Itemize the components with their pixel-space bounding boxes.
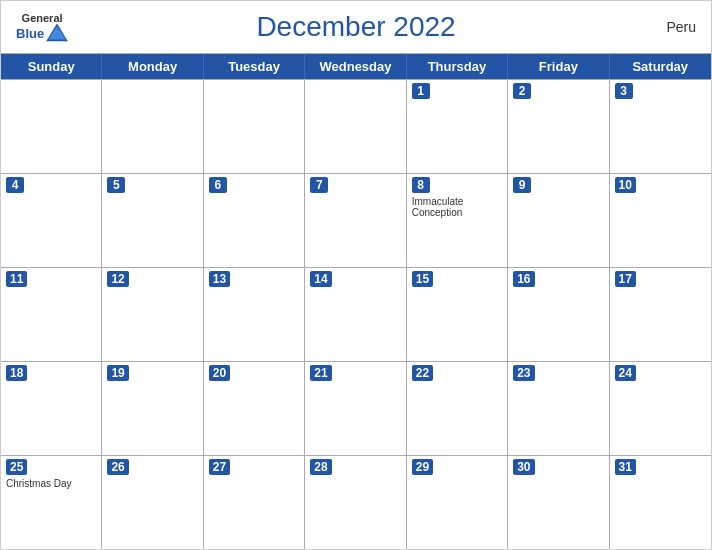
day-cell [102,80,203,173]
svg-marker-1 [48,27,66,40]
calendar-grid: SundayMondayTuesdayWednesdayThursdayFrid… [1,53,711,549]
day-number: 17 [615,271,636,287]
day-cell: 15 [407,268,508,361]
day-number: 8 [412,177,430,193]
day-number: 30 [513,459,534,475]
logo-general: General [22,13,63,24]
day-number: 6 [209,177,227,193]
page-title: December 2022 [256,11,455,43]
day-number: 22 [412,365,433,381]
day-cell [1,80,102,173]
day-headers-row: SundayMondayTuesdayWednesdayThursdayFrid… [1,54,711,79]
day-cell: 5 [102,174,203,267]
day-header-wednesday: Wednesday [305,54,406,79]
day-number: 11 [6,271,27,287]
day-cell: 19 [102,362,203,455]
day-number: 18 [6,365,27,381]
day-cell: 6 [204,174,305,267]
day-cell: 31 [610,456,711,549]
day-number: 12 [107,271,128,287]
day-cell: 21 [305,362,406,455]
day-number: 4 [6,177,24,193]
day-event: Immaculate Conception [412,196,502,218]
day-number: 9 [513,177,531,193]
day-cell: 28 [305,456,406,549]
weeks-container: 12345678Immaculate Conception91011121314… [1,79,711,549]
logo: General Blue [16,13,68,42]
day-number: 24 [615,365,636,381]
day-number: 14 [310,271,331,287]
day-number: 1 [412,83,430,99]
day-cell: 7 [305,174,406,267]
day-cell: 26 [102,456,203,549]
week-row-3: 11121314151617 [1,267,711,361]
day-cell: 22 [407,362,508,455]
day-cell: 24 [610,362,711,455]
day-number: 28 [310,459,331,475]
day-cell: 16 [508,268,609,361]
logo-icon [46,24,68,42]
day-header-saturday: Saturday [610,54,711,79]
calendar-header: General Blue December 2022 Peru [1,1,711,53]
day-cell: 29 [407,456,508,549]
day-number: 29 [412,459,433,475]
day-cell: 18 [1,362,102,455]
day-header-monday: Monday [102,54,203,79]
day-number: 10 [615,177,636,193]
day-cell: 8Immaculate Conception [407,174,508,267]
day-cell: 2 [508,80,609,173]
week-row-2: 45678Immaculate Conception910 [1,173,711,267]
day-header-friday: Friday [508,54,609,79]
day-header-sunday: Sunday [1,54,102,79]
day-cell: 27 [204,456,305,549]
day-number: 21 [310,365,331,381]
day-number: 7 [310,177,328,193]
day-cell [305,80,406,173]
day-cell [204,80,305,173]
day-cell: 10 [610,174,711,267]
day-cell: 23 [508,362,609,455]
day-cell: 25Christmas Day [1,456,102,549]
week-row-5: 25Christmas Day262728293031 [1,455,711,549]
day-number: 20 [209,365,230,381]
day-number: 27 [209,459,230,475]
country-label: Peru [666,19,696,35]
day-number: 23 [513,365,534,381]
day-cell: 4 [1,174,102,267]
day-cell: 30 [508,456,609,549]
day-number: 26 [107,459,128,475]
day-number: 13 [209,271,230,287]
day-cell: 13 [204,268,305,361]
day-cell: 12 [102,268,203,361]
day-header-thursday: Thursday [407,54,508,79]
day-number: 3 [615,83,633,99]
day-cell: 14 [305,268,406,361]
day-number: 2 [513,83,531,99]
day-number: 5 [107,177,125,193]
day-cell: 17 [610,268,711,361]
day-event: Christmas Day [6,478,96,489]
day-cell: 20 [204,362,305,455]
day-number: 16 [513,271,534,287]
day-cell: 9 [508,174,609,267]
day-number: 31 [615,459,636,475]
week-row-4: 18192021222324 [1,361,711,455]
day-number: 25 [6,459,27,475]
day-cell: 11 [1,268,102,361]
calendar: General Blue December 2022 Peru SundayMo… [0,0,712,550]
day-number: 15 [412,271,433,287]
week-row-1: 123 [1,79,711,173]
day-cell: 1 [407,80,508,173]
day-header-tuesday: Tuesday [204,54,305,79]
day-cell: 3 [610,80,711,173]
day-number: 19 [107,365,128,381]
logo-blue: Blue [16,26,44,39]
